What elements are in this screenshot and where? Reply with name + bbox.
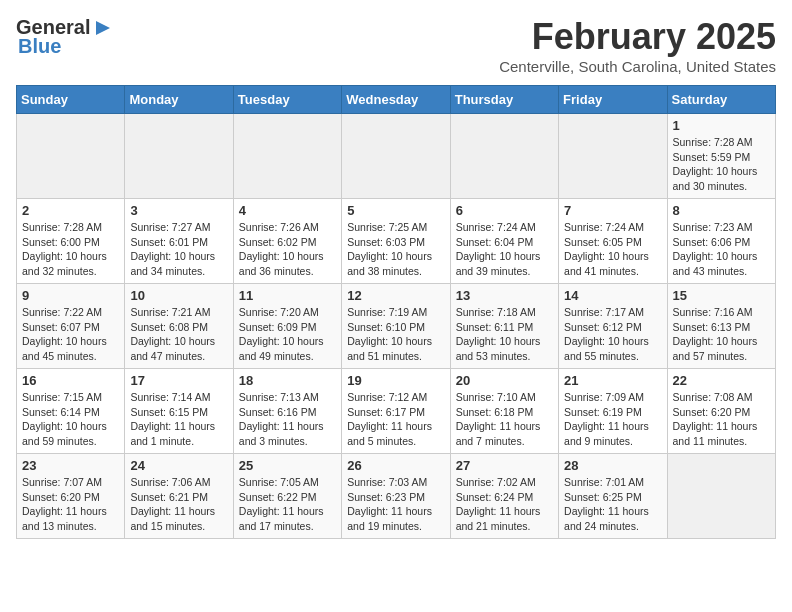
calendar-cell <box>450 114 558 199</box>
calendar-cell: 22Sunrise: 7:08 AM Sunset: 6:20 PM Dayli… <box>667 369 775 454</box>
calendar-cell: 15Sunrise: 7:16 AM Sunset: 6:13 PM Dayli… <box>667 284 775 369</box>
calendar-cell: 23Sunrise: 7:07 AM Sunset: 6:20 PM Dayli… <box>17 454 125 539</box>
calendar-cell <box>125 114 233 199</box>
calendar-cell: 17Sunrise: 7:14 AM Sunset: 6:15 PM Dayli… <box>125 369 233 454</box>
day-info: Sunrise: 7:13 AM Sunset: 6:16 PM Dayligh… <box>239 390 336 449</box>
day-number: 26 <box>347 458 444 473</box>
day-info: Sunrise: 7:28 AM Sunset: 6:00 PM Dayligh… <box>22 220 119 279</box>
calendar-cell: 1Sunrise: 7:28 AM Sunset: 5:59 PM Daylig… <box>667 114 775 199</box>
calendar-cell: 24Sunrise: 7:06 AM Sunset: 6:21 PM Dayli… <box>125 454 233 539</box>
day-info: Sunrise: 7:18 AM Sunset: 6:11 PM Dayligh… <box>456 305 553 364</box>
calendar-week-row: 1Sunrise: 7:28 AM Sunset: 5:59 PM Daylig… <box>17 114 776 199</box>
day-number: 3 <box>130 203 227 218</box>
day-info: Sunrise: 7:26 AM Sunset: 6:02 PM Dayligh… <box>239 220 336 279</box>
calendar-week-row: 9Sunrise: 7:22 AM Sunset: 6:07 PM Daylig… <box>17 284 776 369</box>
calendar-cell: 26Sunrise: 7:03 AM Sunset: 6:23 PM Dayli… <box>342 454 450 539</box>
day-number: 16 <box>22 373 119 388</box>
column-header-friday: Friday <box>559 86 667 114</box>
column-header-sunday: Sunday <box>17 86 125 114</box>
calendar-cell <box>559 114 667 199</box>
day-number: 10 <box>130 288 227 303</box>
calendar-cell: 10Sunrise: 7:21 AM Sunset: 6:08 PM Dayli… <box>125 284 233 369</box>
day-info: Sunrise: 7:28 AM Sunset: 5:59 PM Dayligh… <box>673 135 770 194</box>
calendar-cell: 13Sunrise: 7:18 AM Sunset: 6:11 PM Dayli… <box>450 284 558 369</box>
day-number: 4 <box>239 203 336 218</box>
day-number: 19 <box>347 373 444 388</box>
day-number: 15 <box>673 288 770 303</box>
day-info: Sunrise: 7:27 AM Sunset: 6:01 PM Dayligh… <box>130 220 227 279</box>
calendar-cell: 7Sunrise: 7:24 AM Sunset: 6:05 PM Daylig… <box>559 199 667 284</box>
day-info: Sunrise: 7:16 AM Sunset: 6:13 PM Dayligh… <box>673 305 770 364</box>
calendar-cell: 5Sunrise: 7:25 AM Sunset: 6:03 PM Daylig… <box>342 199 450 284</box>
day-info: Sunrise: 7:01 AM Sunset: 6:25 PM Dayligh… <box>564 475 661 534</box>
day-number: 18 <box>239 373 336 388</box>
column-header-thursday: Thursday <box>450 86 558 114</box>
day-number: 11 <box>239 288 336 303</box>
column-header-tuesday: Tuesday <box>233 86 341 114</box>
day-number: 28 <box>564 458 661 473</box>
title-block: February 2025 Centerville, South Carolin… <box>499 16 776 75</box>
calendar-cell: 19Sunrise: 7:12 AM Sunset: 6:17 PM Dayli… <box>342 369 450 454</box>
calendar-table: SundayMondayTuesdayWednesdayThursdayFrid… <box>16 85 776 539</box>
column-header-wednesday: Wednesday <box>342 86 450 114</box>
day-number: 6 <box>456 203 553 218</box>
day-info: Sunrise: 7:03 AM Sunset: 6:23 PM Dayligh… <box>347 475 444 534</box>
day-number: 13 <box>456 288 553 303</box>
calendar-cell <box>233 114 341 199</box>
day-info: Sunrise: 7:10 AM Sunset: 6:18 PM Dayligh… <box>456 390 553 449</box>
day-info: Sunrise: 7:24 AM Sunset: 6:04 PM Dayligh… <box>456 220 553 279</box>
day-number: 12 <box>347 288 444 303</box>
logo: General Blue <box>16 16 114 58</box>
day-info: Sunrise: 7:12 AM Sunset: 6:17 PM Dayligh… <box>347 390 444 449</box>
day-info: Sunrise: 7:07 AM Sunset: 6:20 PM Dayligh… <box>22 475 119 534</box>
calendar-cell: 25Sunrise: 7:05 AM Sunset: 6:22 PM Dayli… <box>233 454 341 539</box>
day-number: 27 <box>456 458 553 473</box>
calendar-cell: 6Sunrise: 7:24 AM Sunset: 6:04 PM Daylig… <box>450 199 558 284</box>
calendar-cell <box>17 114 125 199</box>
day-number: 8 <box>673 203 770 218</box>
calendar-cell: 14Sunrise: 7:17 AM Sunset: 6:12 PM Dayli… <box>559 284 667 369</box>
calendar-header-row: SundayMondayTuesdayWednesdayThursdayFrid… <box>17 86 776 114</box>
calendar-week-row: 2Sunrise: 7:28 AM Sunset: 6:00 PM Daylig… <box>17 199 776 284</box>
day-number: 23 <box>22 458 119 473</box>
day-info: Sunrise: 7:24 AM Sunset: 6:05 PM Dayligh… <box>564 220 661 279</box>
day-number: 7 <box>564 203 661 218</box>
calendar-cell: 18Sunrise: 7:13 AM Sunset: 6:16 PM Dayli… <box>233 369 341 454</box>
calendar-cell: 3Sunrise: 7:27 AM Sunset: 6:01 PM Daylig… <box>125 199 233 284</box>
day-number: 20 <box>456 373 553 388</box>
calendar-cell: 16Sunrise: 7:15 AM Sunset: 6:14 PM Dayli… <box>17 369 125 454</box>
column-header-monday: Monday <box>125 86 233 114</box>
calendar-cell: 11Sunrise: 7:20 AM Sunset: 6:09 PM Dayli… <box>233 284 341 369</box>
calendar-cell: 8Sunrise: 7:23 AM Sunset: 6:06 PM Daylig… <box>667 199 775 284</box>
day-number: 17 <box>130 373 227 388</box>
month-title: February 2025 <box>499 16 776 58</box>
calendar-cell: 20Sunrise: 7:10 AM Sunset: 6:18 PM Dayli… <box>450 369 558 454</box>
calendar-cell: 28Sunrise: 7:01 AM Sunset: 6:25 PM Dayli… <box>559 454 667 539</box>
column-header-saturday: Saturday <box>667 86 775 114</box>
day-number: 25 <box>239 458 336 473</box>
day-number: 1 <box>673 118 770 133</box>
calendar-cell <box>667 454 775 539</box>
day-info: Sunrise: 7:20 AM Sunset: 6:09 PM Dayligh… <box>239 305 336 364</box>
day-number: 21 <box>564 373 661 388</box>
calendar-week-row: 16Sunrise: 7:15 AM Sunset: 6:14 PM Dayli… <box>17 369 776 454</box>
calendar-cell: 27Sunrise: 7:02 AM Sunset: 6:24 PM Dayli… <box>450 454 558 539</box>
svg-marker-0 <box>96 21 110 35</box>
page-header: General Blue February 2025 Centerville, … <box>16 16 776 75</box>
logo-arrow-icon <box>92 17 114 39</box>
day-info: Sunrise: 7:09 AM Sunset: 6:19 PM Dayligh… <box>564 390 661 449</box>
location-subtitle: Centerville, South Carolina, United Stat… <box>499 58 776 75</box>
day-number: 22 <box>673 373 770 388</box>
day-info: Sunrise: 7:05 AM Sunset: 6:22 PM Dayligh… <box>239 475 336 534</box>
day-info: Sunrise: 7:25 AM Sunset: 6:03 PM Dayligh… <box>347 220 444 279</box>
calendar-cell: 9Sunrise: 7:22 AM Sunset: 6:07 PM Daylig… <box>17 284 125 369</box>
calendar-week-row: 23Sunrise: 7:07 AM Sunset: 6:20 PM Dayli… <box>17 454 776 539</box>
day-info: Sunrise: 7:14 AM Sunset: 6:15 PM Dayligh… <box>130 390 227 449</box>
day-info: Sunrise: 7:19 AM Sunset: 6:10 PM Dayligh… <box>347 305 444 364</box>
day-info: Sunrise: 7:08 AM Sunset: 6:20 PM Dayligh… <box>673 390 770 449</box>
day-info: Sunrise: 7:15 AM Sunset: 6:14 PM Dayligh… <box>22 390 119 449</box>
day-info: Sunrise: 7:02 AM Sunset: 6:24 PM Dayligh… <box>456 475 553 534</box>
calendar-cell: 21Sunrise: 7:09 AM Sunset: 6:19 PM Dayli… <box>559 369 667 454</box>
day-info: Sunrise: 7:21 AM Sunset: 6:08 PM Dayligh… <box>130 305 227 364</box>
day-info: Sunrise: 7:23 AM Sunset: 6:06 PM Dayligh… <box>673 220 770 279</box>
